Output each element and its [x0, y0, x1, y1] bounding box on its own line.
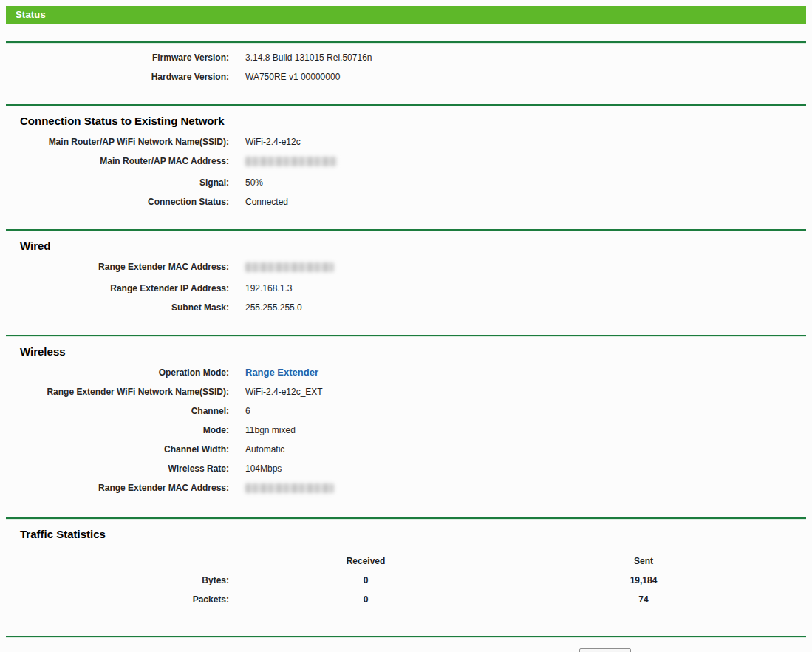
field-label: Connection Status: — [6, 197, 229, 207]
page-title: Status — [6, 6, 806, 24]
wired-section: Wired Range Extender MAC Address: Range … — [6, 231, 806, 335]
field-label: Subnet Mask: — [6, 302, 229, 313]
wireless-section: Wireless Operation Mode: Range Extender … — [6, 337, 806, 517]
redacted-mac-value — [245, 483, 334, 493]
field-value: 3.14.8 Build 131015 Rel.50716n — [245, 52, 372, 63]
extender-mac-row: Range Extender MAC Address: — [6, 483, 806, 495]
traffic-header-row: Received Sent — [6, 556, 806, 566]
section-heading: Wired — [6, 231, 806, 253]
bytes-sent-value: 19,184 — [502, 575, 785, 585]
subnet-mask-row: Subnet Mask: 255.255.255.0 — [6, 302, 806, 313]
refresh-button[interactable]: Refresh — [579, 648, 631, 652]
field-value: WA750RE v1 00000000 — [245, 72, 340, 82]
field-value: 104Mbps — [245, 463, 282, 474]
hardware-version-row: Hardware Version: WA750RE v1 00000000 — [6, 72, 806, 82]
redacted-mac-value — [245, 157, 337, 166]
field-label: Range Extender MAC Address: — [6, 483, 229, 493]
field-value — [245, 483, 334, 495]
field-label: Range Extender IP Address: — [6, 283, 229, 293]
field-label: Packets: — [6, 594, 229, 605]
traffic-statistics-section: Traffic Statistics Received Sent Bytes: … — [6, 520, 806, 636]
field-value — [245, 262, 334, 274]
operation-mode-row: Operation Mode: Range Extender — [6, 367, 806, 378]
received-column-header: Received — [229, 556, 502, 566]
router-mac-row: Main Router/AP MAC Address: — [6, 156, 806, 169]
packets-received-value: 0 — [229, 594, 502, 605]
field-value: Connected — [245, 197, 288, 207]
field-label: Range Extender WiFi Network Name(SSID): — [6, 387, 229, 397]
firmware-version-row: Firmware Version: 3.14.8 Build 131015 Re… — [6, 52, 806, 63]
extender-ssid-row: Range Extender WiFi Network Name(SSID): … — [6, 387, 806, 397]
field-label: Range Extender MAC Address: — [6, 262, 229, 272]
field-value: WiFi-2.4-e12c — [245, 137, 301, 147]
section-heading: Traffic Statistics — [6, 520, 806, 541]
traffic-col-spacer — [6, 556, 229, 566]
bytes-row: Bytes: 0 19,184 — [6, 575, 806, 585]
field-label: Hardware Version: — [6, 72, 229, 82]
field-value: 192.168.1.3 — [245, 283, 292, 293]
field-label: Main Router/AP MAC Address: — [6, 156, 229, 166]
packets-row: Packets: 0 74 — [6, 594, 806, 605]
field-value: 255.255.255.0 — [245, 302, 302, 313]
connection-status-row: Connection Status: Connected — [6, 197, 806, 207]
system-uptime-row: System Up Time: 0 days 00:19:19 Refresh — [6, 638, 806, 652]
field-label: Mode: — [6, 425, 229, 435]
device-info-section: Firmware Version: 3.14.8 Build 131015 Re… — [6, 44, 806, 104]
bytes-received-value: 0 — [229, 575, 502, 585]
field-value: WiFi-2.4-e12c_EXT — [245, 387, 323, 397]
field-value: 6 — [245, 406, 250, 416]
channel-width-row: Channel Width: Automatic — [6, 444, 806, 455]
field-label: Bytes: — [6, 575, 229, 585]
connection-status-section: Connection Status to Existing Network Ma… — [6, 106, 806, 229]
field-label: Channel: — [6, 406, 229, 416]
field-label: Main Router/AP WiFi Network Name(SSID): — [6, 137, 229, 147]
field-label: Firmware Version: — [6, 52, 229, 63]
field-label: Wireless Rate: — [6, 463, 229, 474]
operation-mode-link[interactable]: Range Extender — [245, 367, 318, 378]
field-label: Channel Width: — [6, 444, 229, 455]
section-heading: Wireless — [6, 337, 806, 359]
extender-ip-row: Range Extender IP Address: 192.168.1.3 — [6, 283, 806, 293]
packets-sent-value: 74 — [502, 594, 785, 605]
field-label: Signal: — [6, 177, 229, 188]
field-value: 11bgn mixed — [245, 425, 296, 435]
mode-row: Mode: 11bgn mixed — [6, 425, 806, 435]
sent-column-header: Sent — [502, 556, 785, 566]
signal-row: Signal: 50% — [6, 177, 806, 188]
field-value: 50% — [245, 177, 263, 188]
extender-mac-row: Range Extender MAC Address: — [6, 262, 806, 274]
wireless-rate-row: Wireless Rate: 104Mbps — [6, 463, 806, 474]
field-value — [245, 156, 337, 169]
status-page: Status Firmware Version: 3.14.8 Build 13… — [0, 0, 812, 652]
section-heading: Connection Status to Existing Network — [6, 106, 806, 128]
channel-row: Channel: 6 — [6, 406, 806, 416]
ssid-row: Main Router/AP WiFi Network Name(SSID): … — [6, 137, 806, 147]
redacted-mac-value — [245, 262, 334, 272]
field-label: Operation Mode: — [6, 367, 229, 378]
field-value: Automatic — [245, 444, 284, 455]
